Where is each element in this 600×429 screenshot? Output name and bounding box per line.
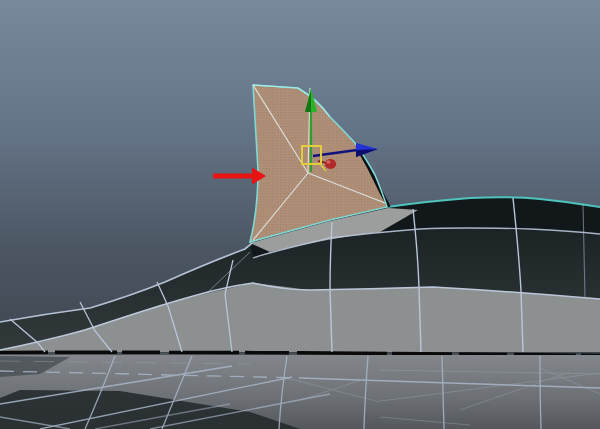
3d-viewport[interactable] xyxy=(0,0,600,429)
reflection-mesh[interactable] xyxy=(0,355,600,429)
x-axis-cone-icon[interactable] xyxy=(325,159,336,169)
scene-canvas[interactable] xyxy=(0,0,600,429)
x-axis-cone-highlight xyxy=(326,160,330,163)
